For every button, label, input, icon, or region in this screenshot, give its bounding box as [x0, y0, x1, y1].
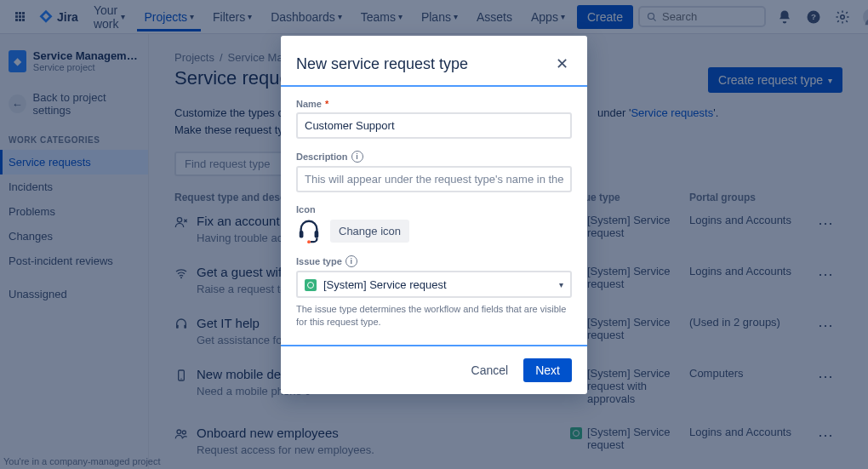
info-icon[interactable]: i [351, 151, 363, 163]
change-icon-button[interactable]: Change icon [330, 220, 409, 243]
svg-rect-18 [315, 231, 319, 237]
headset-icon [296, 218, 322, 243]
new-request-type-dialog: New service request type ✕ Name* Descrip… [281, 36, 587, 394]
name-label: Name* [296, 99, 572, 109]
svg-rect-17 [300, 231, 304, 237]
issue-type-label: Issue type i [296, 255, 572, 267]
name-input[interactable] [296, 112, 572, 139]
description-label: Description i [296, 151, 572, 163]
cancel-button[interactable]: Cancel [463, 358, 517, 382]
icon-label: Icon [296, 204, 572, 214]
issue-type-icon [305, 279, 317, 291]
issue-type-helper: The issue type determines the workflow a… [296, 303, 572, 329]
modal-overlay: New service request type ✕ Name* Descrip… [0, 0, 868, 469]
info-icon[interactable]: i [345, 255, 357, 267]
close-icon[interactable]: ✕ [552, 51, 572, 77]
dialog-title: New service request type [296, 55, 468, 73]
issue-type-select[interactable]: [System] Service request ▾ [296, 271, 572, 298]
next-button[interactable]: Next [523, 358, 572, 382]
svg-point-19 [307, 240, 311, 243]
chevron-down-icon: ▾ [559, 280, 563, 289]
description-input[interactable] [296, 166, 572, 192]
